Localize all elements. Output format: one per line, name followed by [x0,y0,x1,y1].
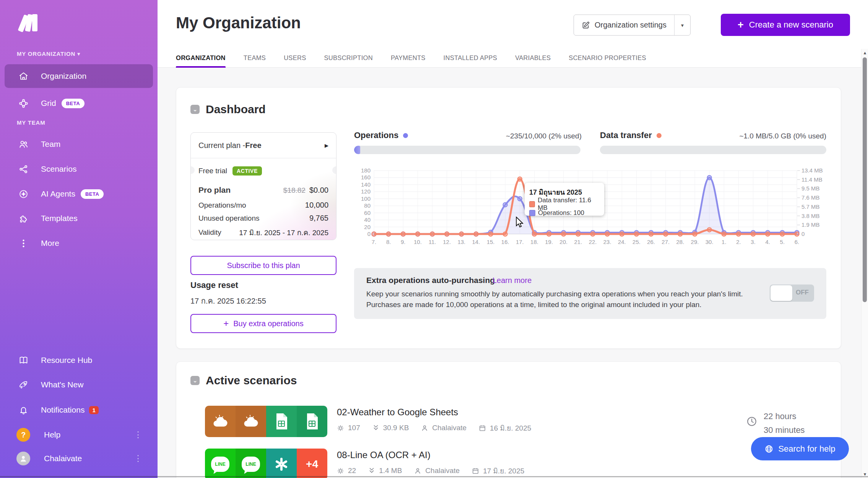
scenario-meta: 22 1.4 MB Chalaivate 17 มิ.ย. 2025 [337,465,524,476]
sidebar-item-templates[interactable]: Templates [5,206,153,230]
content-area: ⌄ Dashboard Current plan - Free ▶ Free t… [158,68,861,478]
operations-dot-icon [403,133,408,138]
scrollbar-thumb[interactable] [863,57,867,302]
usage-reset-value: 17 ก.ค. 2025 16:22:55 [190,295,266,307]
tooltip-swatch-data-transfer [529,201,535,207]
operations-usage-title: Operations [354,130,408,140]
svg-text:13.4 MB: 13.4 MB [801,167,823,174]
org-switcher[interactable]: MY ORGANIZATION ▾ [17,50,80,57]
organization-settings-button[interactable]: Organization settings ▾ [574,15,691,36]
operations-gear-icon [337,467,344,475]
bell-icon [18,405,29,415]
svg-text:4.: 4. [765,239,770,245]
scenarios-icon [18,164,29,174]
svg-text:15.: 15. [487,239,495,245]
scroll-up-icon[interactable]: ▲ [861,50,868,55]
sidebar-item-user[interactable]: Chalaivate ⋮ [5,447,153,470]
tab-users[interactable]: USERS [284,48,306,67]
subscribe-button[interactable]: Subscribe to this plan [190,256,336,275]
sidebar-item-resource-hub[interactable]: Resource Hub [5,348,153,372]
transfer-icon [368,467,375,474]
scenario-title[interactable]: 08-Line OA (OCR + AI) [337,450,431,460]
section-my-team: MY TEAM [17,119,46,126]
svg-text:3.: 3. [751,239,756,245]
data-transfer-usage-text: ~1.0 MB/5.0 GB (0% used) [712,132,826,140]
svg-text:14.: 14. [472,239,480,245]
app-window: MY ORGANIZATION ▾ Organization Grid BETA… [0,0,868,478]
home-icon [18,71,29,81]
collapse-scenarios-icon[interactable]: ⌄ [190,376,200,385]
plus-icon: + [223,318,229,329]
sidebar-item-help[interactable]: ? Help ⋮ [5,423,153,447]
svg-text:5.: 5. [780,239,785,245]
make-logo[interactable] [18,13,44,31]
scenario-icon-strip[interactable] [205,406,327,437]
sidebar-item-organization[interactable]: Organization [5,64,153,88]
active-scenarios-card: ⌄ Active scenarios 02-Weather to Google … [176,361,841,478]
buy-extra-operations-button[interactable]: + Buy extra operations [190,314,336,333]
sidebar-item-whats-new[interactable]: What's New [5,373,153,397]
team-icon [18,139,29,150]
user-menu-dots-icon[interactable]: ⋮ [134,454,142,463]
auto-purchase-toggle[interactable]: OFF [770,285,814,302]
svg-text:12.: 12. [443,239,451,245]
tab-subscription[interactable]: SUBSCRIPTION [324,48,373,67]
svg-text:28.: 28. [676,239,684,245]
help-menu-dots-icon[interactable]: ⋮ [134,430,142,440]
collapse-dashboard-icon[interactable]: ⌄ [190,105,200,114]
sidebar-item-ai-agents[interactable]: AI Agents BETA [5,182,153,206]
grid-icon [18,98,29,109]
tab-organization[interactable]: ORGANIZATION [176,48,226,67]
page-title: My Organization [176,14,301,32]
tab-variables[interactable]: VARIABLES [515,48,551,67]
tab-scenario-properties[interactable]: SCENARIO PROPERTIES [569,48,646,67]
help-icon: ? [16,428,30,442]
globe-icon [764,444,774,454]
templates-icon [18,213,29,224]
dashboard-card: ⌄ Dashboard Current plan - Free ▶ Free t… [176,87,841,349]
old-price: $18.82 [283,186,306,194]
svg-text:7.6 MB: 7.6 MB [801,194,820,201]
svg-text:1.: 1. [722,239,727,245]
current-plan-header[interactable]: Current plan - Free ▶ [191,133,336,158]
svg-text:18.: 18. [530,239,538,245]
data-transfer-progress-bar [600,146,826,154]
owner-icon [421,424,428,432]
auto-purchase-panel: Extra operations auto-purchasing Learn m… [354,268,826,319]
owner-icon [414,467,421,475]
learn-more-link[interactable]: Learn more [493,276,532,285]
create-scenario-button[interactable]: + Create a new scenario [721,14,850,36]
sidebar-item-grid[interactable]: Grid BETA [5,92,153,115]
sidebar-item-notifications[interactable]: Notifications 1 [5,398,153,422]
scenario-icon-strip[interactable]: LINE LINE +4 [205,449,327,478]
operations-progress-bar [354,146,580,154]
scrollbar[interactable]: ▲ ▼ [861,49,868,478]
tab-bar: ORGANIZATION TEAMS USERS SUBSCRIPTION PA… [176,48,646,67]
sidebar-item-team[interactable]: Team [5,132,153,156]
tab-installed-apps[interactable]: INSTALLED APPS [444,48,497,67]
calendar-icon [472,467,479,475]
tab-teams[interactable]: TEAMS [244,48,266,67]
svg-text:11.4 MB: 11.4 MB [801,176,822,183]
dashboard-title: Dashboard [206,103,266,116]
scenario-title[interactable]: 02-Weather to Google Sheets [337,407,458,418]
svg-text:100: 100 [361,195,371,202]
sidebar-item-more[interactable]: More [5,231,153,255]
sidebar-item-scenarios[interactable]: Scenarios [5,157,153,181]
search-for-help-button[interactable]: Search for help [751,437,849,460]
pro-plan-row: Pro plan $18.82$0.00 [198,185,328,195]
tooltip-swatch-operations [529,210,535,216]
notification-count-badge: 1 [89,406,98,414]
tab-payments[interactable]: PAYMENTS [391,48,426,67]
operations-row: Operations/mo 10,000 [198,201,328,210]
svg-text:24.: 24. [618,239,626,245]
svg-text:0: 0 [367,231,371,237]
plus-icon: + [738,19,744,31]
data-transfer-dot-icon [657,133,662,138]
svg-text:27.: 27. [662,239,670,245]
window-bottom-edge [0,476,868,477]
settings-dropdown-caret[interactable]: ▾ [674,15,690,35]
current-plan-card[interactable]: Current plan - Free ▶ Free trial ACTIVE … [190,132,336,240]
avatar [16,452,30,465]
transfer-icon [372,424,379,431]
